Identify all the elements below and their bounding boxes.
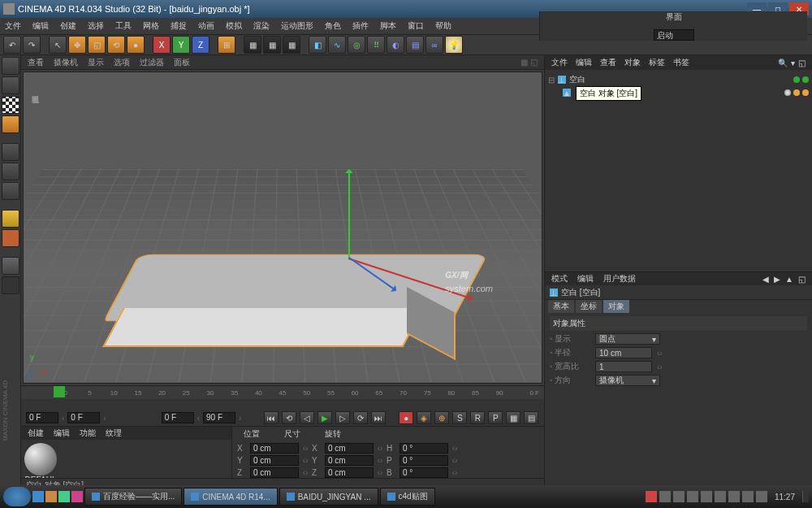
viewport[interactable]: 透视视图 GX/网 system.com y x bbox=[23, 72, 542, 384]
play-button[interactable]: ▶ bbox=[317, 411, 332, 424]
attr-tab[interactable]: 编辑 bbox=[577, 273, 594, 284]
clock[interactable]: 11:27 bbox=[770, 493, 800, 501]
key-pos-button[interactable]: ⊕ bbox=[434, 411, 449, 424]
camera-button[interactable]: ∞ bbox=[425, 36, 443, 54]
timeline-mid-field[interactable]: 0 F bbox=[162, 412, 194, 423]
coord-size-field[interactable]: 0 cm bbox=[325, 455, 374, 466]
move-tool[interactable]: ✥ bbox=[68, 36, 86, 54]
attr-subtab[interactable]: 对象 bbox=[603, 300, 629, 313]
coord-system-button[interactable]: ⊞ bbox=[218, 36, 235, 54]
object-panel-tab[interactable]: 标签 bbox=[649, 57, 665, 68]
next-key-button[interactable]: ⟳ bbox=[353, 411, 368, 424]
menu-item[interactable]: 帮助 bbox=[435, 20, 451, 32]
material-tab[interactable]: 纹理 bbox=[106, 428, 122, 439]
panel-menu-icon[interactable]: ▾ bbox=[791, 59, 795, 67]
quicklaunch-icon[interactable] bbox=[71, 491, 83, 502]
tray-icon[interactable] bbox=[701, 491, 712, 502]
object-tree[interactable]: ⊟ ⊥ 空白 ▲ 空白 对象 [空白] bbox=[545, 70, 812, 271]
tweak-button[interactable] bbox=[2, 257, 19, 275]
viewport-tab[interactable]: 摄像机 bbox=[54, 57, 78, 68]
layout-drop[interactable]: 启动 bbox=[654, 29, 694, 41]
render-dot[interactable] bbox=[802, 89, 809, 96]
menu-item[interactable]: 模拟 bbox=[226, 20, 242, 32]
coord-pos-field[interactable]: 0 cm bbox=[250, 443, 299, 454]
viewport-tab[interactable]: 显示 bbox=[88, 57, 104, 68]
next-frame-button[interactable]: ▷ bbox=[335, 411, 350, 424]
menu-item[interactable]: 创建 bbox=[60, 20, 76, 32]
axis-mode-button[interactable] bbox=[2, 210, 19, 228]
menu-item[interactable]: 角色 bbox=[325, 20, 341, 32]
render-region-button[interactable]: ▦ bbox=[263, 36, 281, 54]
tray-icon[interactable] bbox=[756, 491, 767, 502]
axis-y-toggle[interactable]: Y bbox=[172, 36, 190, 54]
menu-item[interactable]: 编辑 bbox=[32, 20, 49, 32]
menu-item[interactable]: 运动图形 bbox=[281, 20, 313, 32]
point-mode-button[interactable] bbox=[2, 143, 19, 161]
texture-mode-button[interactable] bbox=[2, 96, 19, 114]
search-icon[interactable]: 🔍 bbox=[778, 59, 788, 67]
taskbar-item[interactable]: CINEMA 4D R14... bbox=[184, 488, 277, 506]
quicklaunch-icon[interactable] bbox=[58, 491, 70, 502]
scale-tool[interactable]: ◱ bbox=[88, 36, 106, 54]
coord-size-field[interactable]: 0 cm bbox=[325, 467, 374, 478]
coord-size-field[interactable]: 0 cm bbox=[325, 443, 374, 454]
attr-menu-icon[interactable]: ◱ bbox=[798, 275, 806, 284]
visibility-dot[interactable] bbox=[793, 76, 800, 83]
snap-button[interactable] bbox=[2, 229, 19, 247]
tray-icon[interactable] bbox=[687, 491, 698, 502]
menu-item[interactable]: 渲染 bbox=[253, 20, 270, 32]
goto-end-button[interactable]: ⏭ bbox=[371, 411, 386, 424]
taskbar-item[interactable]: 百度经验——实用... bbox=[84, 488, 182, 506]
prev-key-button[interactable]: ⟲ bbox=[282, 411, 296, 424]
tray-icon[interactable] bbox=[742, 491, 754, 502]
softselect-button[interactable] bbox=[2, 276, 19, 294]
menu-item[interactable]: 动画 bbox=[198, 20, 214, 32]
attr-tab[interactable]: 模式 bbox=[551, 273, 568, 284]
rotate-tool[interactable]: ⟲ bbox=[107, 36, 125, 54]
autokey-button[interactable]: ◈ bbox=[417, 411, 431, 424]
attr-subtab[interactable]: 基本 bbox=[548, 300, 574, 313]
timeline-end-field[interactable]: 90 F bbox=[203, 412, 235, 423]
array-button[interactable]: ⠿ bbox=[367, 36, 385, 54]
nurbs-button[interactable]: ◎ bbox=[348, 36, 365, 54]
key-param-button[interactable]: P bbox=[488, 411, 503, 424]
object-panel-tab[interactable]: 文件 bbox=[551, 57, 568, 68]
material-tab[interactable]: 编辑 bbox=[54, 428, 70, 439]
attr-back-icon[interactable]: ◀ bbox=[762, 275, 769, 284]
menu-item[interactable]: 插件 bbox=[352, 20, 369, 32]
workplane-button[interactable] bbox=[2, 115, 19, 133]
axis-z-toggle[interactable]: Z bbox=[192, 36, 209, 54]
menu-item[interactable]: 选择 bbox=[88, 20, 104, 32]
key-pla-button[interactable]: ▦ bbox=[506, 411, 520, 424]
object-panel-tab[interactable]: 查看 bbox=[600, 57, 616, 68]
menu-item[interactable]: 捕捉 bbox=[171, 20, 187, 32]
attr-fwd-icon[interactable]: ▶ bbox=[774, 275, 780, 284]
axis-x-toggle[interactable]: X bbox=[153, 36, 171, 54]
timeline-ruler[interactable]: 0510152025303540455055606570758085900 F bbox=[21, 386, 544, 399]
prev-frame-button[interactable]: ◁ bbox=[300, 411, 314, 424]
viewport-tab[interactable]: 面板 bbox=[174, 57, 190, 68]
menu-item[interactable]: 脚本 bbox=[380, 20, 396, 32]
attr-field[interactable]: 1 bbox=[595, 361, 652, 372]
start-button[interactable] bbox=[3, 487, 31, 506]
menu-item[interactable]: 文件 bbox=[5, 20, 21, 32]
tray-icon[interactable] bbox=[715, 491, 726, 502]
attr-field[interactable]: 10 cm bbox=[595, 347, 652, 358]
edge-mode-button[interactable] bbox=[2, 163, 19, 180]
viewport-tab[interactable]: 选项 bbox=[114, 57, 130, 68]
viewport-tab[interactable]: 过滤器 bbox=[140, 57, 164, 68]
coord-rot-field[interactable]: 0 ° bbox=[400, 443, 448, 454]
select-tool[interactable]: ↖ bbox=[49, 36, 67, 54]
undo-button[interactable]: ↶ bbox=[3, 36, 21, 54]
show-desktop-button[interactable] bbox=[802, 491, 809, 502]
coord-rot-field[interactable]: 0 ° bbox=[400, 467, 448, 478]
taskbar-item[interactable]: c4d贴图 bbox=[380, 488, 435, 506]
panel-max-icon[interactable]: ◱ bbox=[798, 59, 806, 67]
record-button[interactable]: ● bbox=[399, 411, 413, 424]
attr-dropdown[interactable]: 摄像机 ▾ bbox=[595, 375, 660, 386]
lasttool-button[interactable]: ● bbox=[127, 36, 145, 54]
coord-pos-field[interactable]: 0 cm bbox=[250, 455, 299, 466]
redo-button[interactable]: ↷ bbox=[23, 36, 41, 54]
material-tab[interactable]: 功能 bbox=[80, 428, 96, 439]
tag-icon[interactable] bbox=[784, 89, 791, 96]
